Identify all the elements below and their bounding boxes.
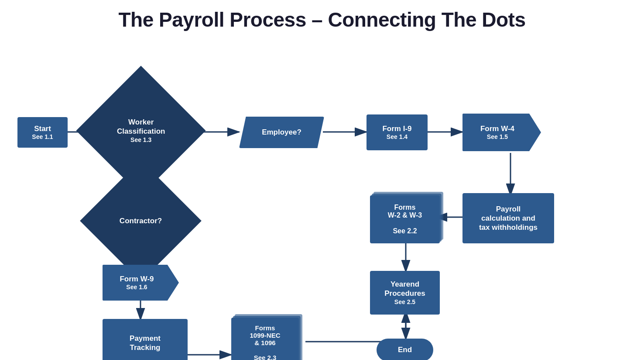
employee-node: Employee? [239, 117, 324, 148]
yearend-node: Yearend Procedures See 2.5 [370, 271, 440, 315]
diagram-container: Start See 1.1 Worker Classification See … [0, 36, 644, 360]
payment-tracking-node: Payment Tracking [103, 319, 188, 360]
page-title: The Payroll Process – Connecting The Dot… [0, 0, 644, 31]
payroll-calc-node: Payroll calculation and tax withholdings [462, 193, 554, 243]
start-node: Start See 1.1 [17, 117, 68, 148]
form-w9-node: Form W-9 See 1.6 [103, 265, 179, 301]
form-w4-node: Form W-4 See 1.5 [462, 114, 541, 151]
contractor-node: Contractor? [80, 160, 202, 282]
form-i9-node: Form I-9 See 1.4 [367, 114, 428, 150]
end-node: End [377, 339, 433, 360]
forms-1099-node: Forms 1099-NEC & 1096 See 2.3 [231, 318, 299, 360]
forms-w2w3-node: Forms W-2 & W-3 See 2.2 [370, 195, 440, 243]
